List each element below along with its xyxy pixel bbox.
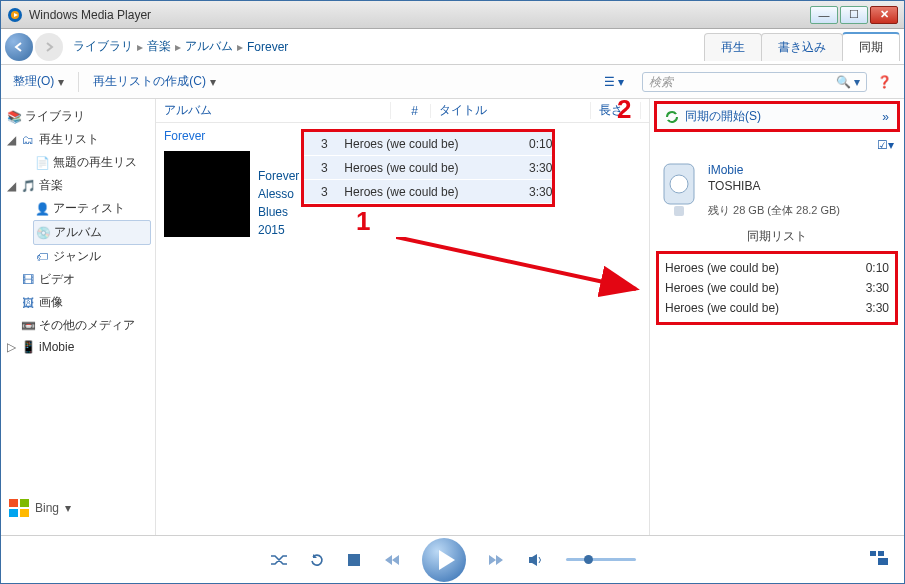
windows-flag-icon (9, 499, 29, 517)
tree-other-media[interactable]: 📼その他のメディア (19, 314, 151, 337)
close-button[interactable]: ✕ (870, 6, 898, 24)
album-artist[interactable]: Alesso (258, 185, 299, 203)
repeat-button[interactable] (310, 552, 326, 568)
bing-button[interactable]: Bing▾ (5, 493, 151, 529)
sync-options-button[interactable]: ☑▾ (873, 136, 898, 154)
album-genre[interactable]: Blues (258, 203, 299, 221)
sync-list-item[interactable]: Heroes (we could be)3:30 (661, 298, 893, 318)
play-button[interactable] (422, 538, 466, 582)
tree-pictures[interactable]: 🖼画像 (19, 291, 151, 314)
svg-rect-4 (9, 509, 18, 517)
window-controls: — ☐ ✕ (810, 6, 898, 24)
sync-panel: 同期の開始(S) » ☑▾ iMobie TOSHIBA 残り 28 GB (全… (649, 99, 904, 535)
organize-menu[interactable]: 整理(O)▾ (7, 70, 70, 93)
tree-genre[interactable]: 🏷ジャンル (33, 245, 151, 268)
back-button[interactable] (5, 33, 33, 61)
sync-list-item[interactable]: Heroes (we could be)0:10 (661, 258, 893, 278)
column-headers: アルバム # タイトル 長さ (156, 99, 649, 123)
tab-write[interactable]: 書き込み (761, 33, 843, 61)
wmp-icon (7, 7, 23, 23)
nav-tree: 📚ライブラリ ◢🗂再生リスト 📄無題の再生リス ◢🎵音楽 👤アーティスト 💿アル… (1, 99, 156, 535)
album-cover[interactable] (164, 151, 250, 237)
tree-library[interactable]: 📚ライブラリ (5, 105, 151, 128)
col-length[interactable]: 長さ (591, 102, 641, 119)
breadcrumb-item[interactable]: 音楽 (147, 38, 171, 55)
stop-button[interactable] (348, 554, 360, 566)
device-icon (658, 162, 700, 218)
track-row[interactable]: 3Heroes (we could be)3:30 (304, 156, 552, 180)
search-input[interactable] (649, 75, 836, 89)
svg-rect-10 (870, 551, 876, 556)
device-name[interactable]: iMobie (708, 162, 840, 178)
shuffle-button[interactable] (270, 553, 288, 567)
titlebar: Windows Media Player — ☐ ✕ (1, 1, 904, 29)
svg-rect-5 (20, 509, 29, 517)
album-group-label: Forever (156, 125, 299, 147)
navbar: ライブラリ▸ 音楽▸ アルバム▸ Forever 再生 書き込み 同期 (1, 29, 904, 65)
svg-rect-12 (878, 558, 888, 565)
search-box[interactable]: 🔍 ▾ (642, 72, 867, 92)
window-title: Windows Media Player (29, 8, 810, 22)
tab-sync[interactable]: 同期 (842, 32, 900, 61)
tree-imobie[interactable]: ▷📱iMobie (5, 337, 151, 357)
minimize-button[interactable]: — (810, 6, 838, 24)
svg-rect-8 (674, 206, 684, 216)
body: 📚ライブラリ ◢🗂再生リスト 📄無題の再生リス ◢🎵音楽 👤アーティスト 💿アル… (1, 99, 904, 535)
sync-list-header: 同期リスト (650, 222, 904, 251)
sync-list: Heroes (we could be)0:10 Heroes (we coul… (656, 251, 898, 325)
col-title[interactable]: タイトル (431, 102, 591, 119)
tree-music[interactable]: ◢🎵音楽 (5, 174, 151, 197)
maximize-button[interactable]: ☐ (840, 6, 868, 24)
col-album[interactable]: アルバム (156, 102, 391, 119)
device-space: 残り 28 GB (全体 28.2 GB) (708, 202, 840, 218)
track-row[interactable]: 3Heroes (we could be)0:10 (304, 132, 552, 156)
svg-rect-11 (878, 551, 884, 556)
tree-artist[interactable]: 👤アーティスト (33, 197, 151, 220)
device-panel: iMobie TOSHIBA 残り 28 GB (全体 28.2 GB) (650, 158, 904, 222)
album-year[interactable]: 2015 (258, 221, 299, 239)
mute-button[interactable] (528, 553, 544, 567)
svg-rect-3 (20, 499, 29, 507)
tree-video[interactable]: 🎞ビデオ (19, 268, 151, 291)
help-button[interactable]: ❓ (871, 73, 898, 91)
sync-list-item[interactable]: Heroes (we could be)3:30 (661, 278, 893, 298)
svg-point-7 (670, 175, 688, 193)
search-icon[interactable]: 🔍 ▾ (836, 75, 860, 89)
svg-rect-9 (348, 554, 360, 566)
player-bar (1, 535, 904, 583)
device-maker: TOSHIBA (708, 178, 840, 194)
breadcrumb-item[interactable]: ライブラリ (73, 38, 133, 55)
svg-rect-2 (9, 499, 18, 507)
next-button[interactable] (488, 553, 506, 567)
prev-button[interactable] (382, 553, 400, 567)
sync-start-button[interactable]: 同期の開始(S) » (654, 101, 900, 132)
main-content: アルバム # タイトル 長さ Forever Forever Alesso Bl… (156, 99, 649, 535)
switch-view-button[interactable] (870, 551, 888, 568)
sync-icon (665, 110, 679, 124)
tree-untitled-playlist[interactable]: 📄無題の再生リス (33, 151, 151, 174)
view-options-button[interactable]: ☰ ▾ (598, 73, 630, 91)
forward-button[interactable] (35, 33, 63, 61)
album-metadata: Forever Alesso Blues 2015 (258, 147, 299, 241)
tree-album[interactable]: 💿アルバム (33, 220, 151, 245)
col-number[interactable]: # (391, 104, 431, 118)
tree-playlists[interactable]: ◢🗂再生リスト (5, 128, 151, 151)
mode-tabs: 再生 書き込み 同期 (705, 32, 900, 61)
volume-slider[interactable] (566, 558, 636, 561)
breadcrumb-item[interactable]: アルバム (185, 38, 233, 55)
chevron-right-icon: » (882, 110, 889, 124)
track-list: 3Heroes (we could be)0:10 3Heroes (we co… (301, 129, 555, 207)
breadcrumb-item[interactable]: Forever (247, 40, 288, 54)
app-window: Windows Media Player — ☐ ✕ ライブラリ▸ 音楽▸ アル… (0, 0, 905, 584)
toolbar: 整理(O)▾ 再生リストの作成(C)▾ ☰ ▾ 🔍 ▾ ❓ (1, 65, 904, 99)
create-playlist-menu[interactable]: 再生リストの作成(C)▾ (87, 70, 222, 93)
album-title[interactable]: Forever (258, 167, 299, 185)
tab-play[interactable]: 再生 (704, 33, 762, 61)
track-row[interactable]: 3Heroes (we could be)3:30 (304, 180, 552, 204)
breadcrumb[interactable]: ライブラリ▸ 音楽▸ アルバム▸ Forever (73, 38, 705, 55)
